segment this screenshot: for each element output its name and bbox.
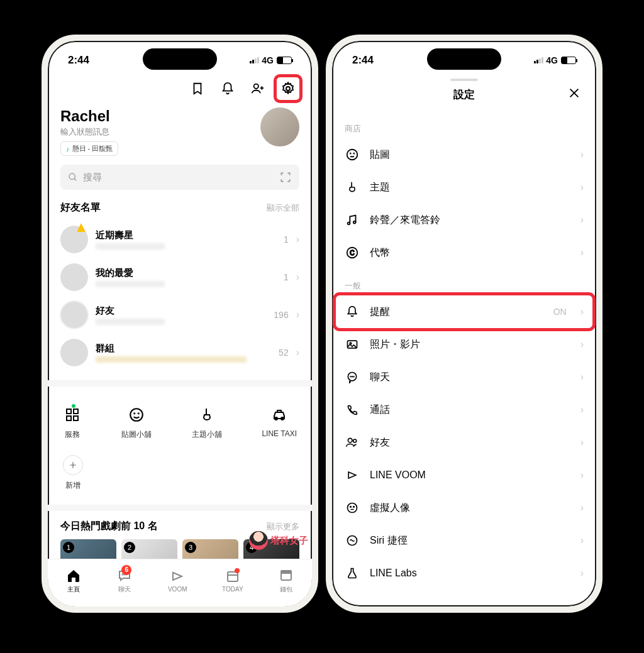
row-label: 虛擬人像 <box>370 502 570 515</box>
row-label: 提醒 <box>370 305 543 319</box>
brush-icon <box>345 180 360 195</box>
quick-themes[interactable]: 主題小舖 <box>192 405 222 440</box>
svg-text:C: C <box>350 250 354 256</box>
scan-icon[interactable] <box>279 171 292 184</box>
svg-point-23 <box>353 221 356 224</box>
svg-rect-4 <box>74 409 78 414</box>
bookmark-icon[interactable] <box>189 80 206 97</box>
row-labs[interactable]: LINE Labs › <box>345 557 584 590</box>
music-note-icon: ♪ <box>66 145 70 153</box>
chevron-right-icon: › <box>296 272 299 283</box>
svg-rect-5 <box>67 416 71 420</box>
show-all-link[interactable]: 顯示全部 <box>267 202 299 214</box>
voom-icon <box>169 568 186 584</box>
svg-point-8 <box>135 413 135 414</box>
svg-point-34 <box>348 503 357 513</box>
svg-rect-6 <box>74 416 78 420</box>
row-value: ON <box>553 307 567 317</box>
row-label: 好友 <box>370 436 570 449</box>
chevron-right-icon: › <box>580 214 584 226</box>
row-notifications-highlight[interactable]: 提醒 ON › <box>336 295 592 328</box>
svg-rect-12 <box>277 410 281 412</box>
quick-services[interactable]: 服務 <box>63 405 82 440</box>
search-input[interactable]: 搜尋 <box>60 165 299 190</box>
row-ringtones[interactable]: 鈴聲／來電答鈴 › <box>345 204 584 236</box>
avatar-icon <box>60 339 88 366</box>
avatar-icon <box>60 226 88 253</box>
watermark: 塔科女子 <box>249 531 308 550</box>
row-themes[interactable]: 主題 › <box>345 171 584 204</box>
chevron-right-icon: › <box>580 437 584 448</box>
row-calls[interactable]: 通話 › <box>345 393 584 426</box>
section-divider <box>48 380 312 387</box>
phone-left: 2:44 4G Rachel <box>42 35 318 613</box>
row-chats[interactable]: 聊天 › <box>345 361 584 393</box>
add-friend-icon[interactable] <box>249 80 267 97</box>
quick-stickers[interactable]: 貼圖小舖 <box>121 405 152 440</box>
chevron-right-icon: › <box>580 306 584 317</box>
friends-icon <box>345 435 360 450</box>
avatar-icon <box>345 500 360 515</box>
row-avatar[interactable]: 虛擬人像 › <box>345 491 584 524</box>
svg-point-7 <box>131 409 143 421</box>
group-label-general: 一般 <box>345 280 584 292</box>
tab-chat[interactable]: 6 聊天 <box>116 568 133 594</box>
row-friends[interactable]: 好友 › <box>345 426 584 459</box>
row-coins[interactable]: C 代幣 › <box>345 236 584 269</box>
quick-add[interactable]: 新增 <box>63 455 83 491</box>
gear-icon[interactable] <box>279 80 297 97</box>
close-button[interactable] <box>567 86 581 100</box>
svg-point-36 <box>353 507 355 508</box>
svg-point-35 <box>350 507 352 508</box>
brush-icon <box>197 405 216 424</box>
row-siri[interactable]: Siri 捷徑 › <box>345 524 584 557</box>
show-more-link[interactable]: 顯示更多 <box>267 521 299 532</box>
friend-count: 52 <box>279 348 289 358</box>
tab-today[interactable]: TODAY <box>222 568 243 593</box>
profile-name[interactable]: Rachel <box>60 107 118 125</box>
friend-label: 群組 <box>96 343 271 354</box>
status-message[interactable]: 輸入狀態訊息 <box>60 126 118 138</box>
chevron-right-icon: › <box>580 339 584 350</box>
row-voom[interactable]: LINE VOOM › <box>345 459 584 491</box>
friend-row-birthday[interactable]: 近期壽星 1 › <box>60 221 299 258</box>
chevron-right-icon: › <box>580 247 584 258</box>
phone-right: 2:44 4G 設定 商店 貼圖 › 主題 › 鈴聲／來電答鈴 <box>326 35 602 613</box>
bell-icon <box>345 304 360 319</box>
chevron-right-icon: › <box>580 149 584 160</box>
svg-point-31 <box>353 376 354 377</box>
tab-home[interactable]: 主頁 <box>65 568 82 594</box>
profile-avatar[interactable] <box>260 107 299 146</box>
friend-row-friends[interactable]: 好友 196 › <box>60 296 299 334</box>
svg-point-19 <box>347 150 358 160</box>
quick-label: 貼圖小舖 <box>121 429 152 440</box>
grid-icon <box>63 405 82 424</box>
tab-label: 主頁 <box>67 585 80 594</box>
friend-row-groups[interactable]: 群組 52 › <box>60 334 299 371</box>
quick-label: 新增 <box>65 480 80 491</box>
row-label: 鈴聲／來電答鈴 <box>370 214 570 227</box>
row-stickers[interactable]: 貼圖 › <box>345 138 584 171</box>
music-chip[interactable]: ♪ 懸日 - 田馥甄 <box>60 141 118 156</box>
quick-taxi[interactable]: LINE TAXI <box>262 405 297 440</box>
friend-row-favorites[interactable]: 我的最愛 1 › <box>60 258 299 296</box>
voom-icon <box>345 468 360 483</box>
quick-label: LINE TAXI <box>262 429 297 438</box>
flask-icon <box>345 566 360 581</box>
sheet-handle[interactable] <box>450 79 478 81</box>
tab-voom[interactable]: VOOM <box>168 568 187 593</box>
notification-dot <box>235 568 240 573</box>
search-placeholder: 搜尋 <box>83 172 279 184</box>
dynamic-island <box>143 48 217 70</box>
friend-label: 好友 <box>96 305 266 317</box>
svg-point-21 <box>353 153 354 154</box>
bell-icon[interactable] <box>219 80 236 97</box>
row-label: 代幣 <box>370 246 570 260</box>
tab-wallet[interactable]: 錢包 <box>278 568 294 594</box>
row-label: 通話 <box>370 403 570 417</box>
chevron-right-icon: › <box>296 347 299 358</box>
row-photos[interactable]: 照片・影片 › <box>345 328 584 361</box>
row-label: LINE Labs <box>370 568 570 579</box>
settings-highlight <box>274 74 303 103</box>
chat-badge: 6 <box>121 565 131 575</box>
